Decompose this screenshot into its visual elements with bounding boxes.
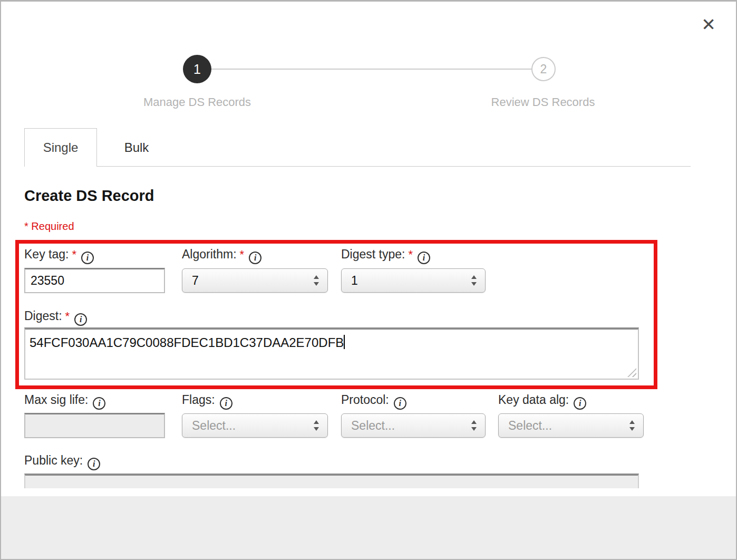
page-title: Create DS Record xyxy=(24,187,154,205)
algorithm-select[interactable]: 7 xyxy=(182,268,328,293)
flags-label: Flags:i xyxy=(182,393,232,410)
digest-type-label: Digest type:*i xyxy=(341,247,430,264)
step-1-label: Manage DS Records xyxy=(113,95,282,109)
flags-label-text: Flags: xyxy=(182,393,215,407)
step-2-label: Review DS Records xyxy=(459,95,627,109)
select-arrows-icon xyxy=(629,420,635,431)
max-sig-life-label-text: Max sig life: xyxy=(24,393,88,407)
algorithm-required-asterisk: * xyxy=(240,248,245,261)
tab-bulk[interactable]: Bulk xyxy=(98,128,176,167)
step-2-circle: 2 xyxy=(531,57,556,81)
protocol-info-icon[interactable]: i xyxy=(394,397,406,410)
select-arrows-icon xyxy=(471,275,477,286)
protocol-select[interactable]: Select... xyxy=(341,413,486,438)
required-note-text: Required xyxy=(31,220,74,232)
digest-info-icon[interactable]: i xyxy=(74,313,87,326)
digest-type-info-icon[interactable]: i xyxy=(418,252,430,264)
algorithm-select-value: 7 xyxy=(192,274,199,288)
key-tag-info-icon[interactable]: i xyxy=(81,252,94,264)
key-data-alg-label-text: Key data alg: xyxy=(498,393,569,407)
digest-type-select[interactable]: 1 xyxy=(341,268,486,293)
key-data-alg-select-value: Select... xyxy=(508,419,552,433)
public-key-label-text: Public key: xyxy=(24,453,83,467)
max-sig-life-info-icon[interactable]: i xyxy=(93,397,105,410)
digest-type-select-value: 1 xyxy=(351,274,358,288)
algorithm-label: Algorithm:*i xyxy=(182,247,261,264)
required-asterisk: * xyxy=(24,220,28,232)
algorithm-label-text: Algorithm: xyxy=(182,247,237,261)
textarea-resize-handle[interactable] xyxy=(627,368,636,377)
protocol-select-value: Select... xyxy=(351,419,395,433)
digest-type-required-asterisk: * xyxy=(408,248,413,261)
select-arrows-icon xyxy=(313,275,319,286)
max-sig-life-input[interactable] xyxy=(24,413,165,438)
create-ds-record-modal: ✕ 1 2 Manage DS Records Review DS Record… xyxy=(0,0,737,560)
key-tag-required-asterisk: * xyxy=(72,248,76,261)
step-1-circle: 1 xyxy=(183,55,211,83)
public-key-label: Public key:i xyxy=(24,453,100,470)
key-tag-label: Key tag:*i xyxy=(24,247,94,264)
digest-required-asterisk: * xyxy=(65,310,70,323)
digest-label: Digest:*i xyxy=(24,309,87,326)
tab-single[interactable]: Single xyxy=(24,128,97,167)
key-data-alg-select[interactable]: Select... xyxy=(498,413,644,438)
flags-select-value: Select... xyxy=(192,419,236,433)
key-tag-input[interactable] xyxy=(24,268,165,293)
stepper-connector-line xyxy=(211,69,531,70)
max-sig-life-label: Max sig life:i xyxy=(24,393,105,410)
digest-textarea[interactable]: 54FCF030AA1C79C0088FDEC1BD1C37DAA2E70DFB xyxy=(24,327,639,380)
key-tag-label-text: Key tag: xyxy=(24,247,69,261)
public-key-textarea[interactable] xyxy=(24,474,639,488)
flags-select[interactable]: Select... xyxy=(182,413,328,438)
key-data-alg-info-icon[interactable]: i xyxy=(574,397,586,410)
protocol-label-text: Protocol: xyxy=(341,393,389,407)
text-cursor xyxy=(344,335,345,349)
tab-bar: Single Bulk xyxy=(24,128,691,167)
flags-info-icon[interactable]: i xyxy=(220,397,232,410)
select-arrows-icon xyxy=(313,420,319,431)
digest-label-text: Digest: xyxy=(24,309,62,323)
algorithm-info-icon[interactable]: i xyxy=(249,252,261,264)
key-data-alg-label: Key data alg:i xyxy=(498,393,586,410)
close-icon[interactable]: ✕ xyxy=(697,13,720,36)
required-note: * Required xyxy=(24,220,74,233)
protocol-label: Protocol:i xyxy=(341,393,406,410)
modal-footer: Cancel Back Next xyxy=(1,496,736,560)
digest-value: 54FCF030AA1C79C0088FDEC1BD1C37DAA2E70DFB xyxy=(30,335,344,350)
select-arrows-icon xyxy=(471,420,477,431)
digest-type-label-text: Digest type: xyxy=(341,247,405,261)
public-key-info-icon[interactable]: i xyxy=(88,458,100,470)
